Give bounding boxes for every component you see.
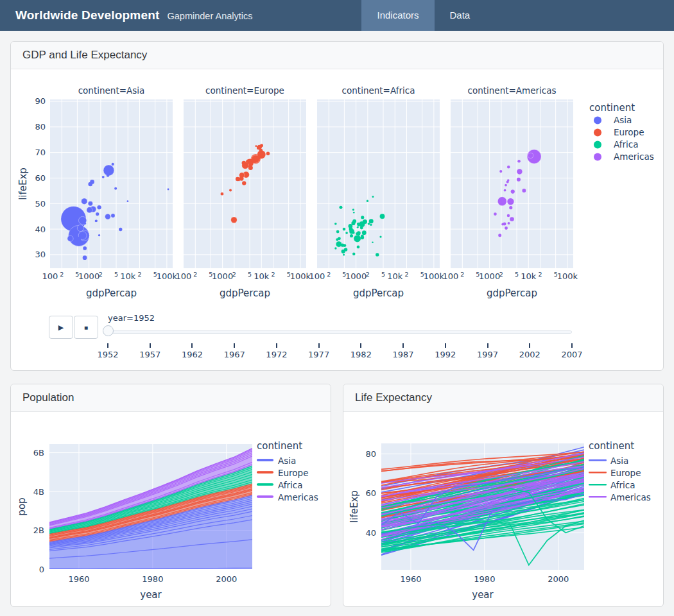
year-tick-label-1997[interactable]: 1997 — [467, 350, 508, 359]
scatter-point[interactable] — [510, 217, 514, 221]
scatter-point[interactable] — [362, 230, 367, 235]
scatter-point[interactable] — [363, 219, 367, 224]
scatter-point[interactable] — [507, 166, 510, 169]
scatter-point[interactable] — [372, 241, 374, 243]
year-slider-handle[interactable] — [103, 325, 114, 336]
scatter-point[interactable] — [501, 223, 504, 225]
year-slider-track[interactable] — [108, 330, 572, 334]
scatter-point[interactable] — [242, 161, 246, 166]
scatter-point[interactable] — [245, 162, 248, 165]
scatter-point[interactable] — [353, 212, 355, 214]
scatter-point[interactable] — [102, 176, 105, 178]
scatter-point[interactable] — [367, 200, 368, 202]
scatter-point[interactable] — [511, 189, 515, 193]
scatter-point[interactable] — [252, 159, 255, 162]
scatter-point[interactable] — [343, 253, 345, 255]
scatter-point[interactable] — [87, 207, 92, 213]
year-tick-label-2002[interactable]: 2002 — [509, 350, 550, 359]
year-tick-label-1972[interactable]: 1972 — [256, 350, 297, 359]
scatter-point[interactable] — [334, 247, 336, 249]
scatter-point[interactable] — [352, 219, 356, 223]
scatter-point[interactable] — [88, 201, 92, 206]
year-tick-label-1992[interactable]: 1992 — [425, 350, 466, 359]
scatter-point[interactable] — [266, 151, 270, 155]
scatter-point[interactable] — [350, 227, 352, 229]
scatter-point[interactable] — [84, 223, 87, 225]
scatter-point[interactable] — [343, 228, 346, 231]
scatter-point[interactable] — [361, 234, 364, 237]
scatter-point[interactable] — [505, 227, 508, 230]
scatter-point[interactable] — [114, 187, 117, 190]
scatter-point[interactable] — [107, 174, 109, 176]
scatter-point[interactable] — [105, 214, 111, 219]
scatter-point[interactable] — [336, 241, 341, 247]
legend-item-americas[interactable]: Americas — [589, 492, 651, 502]
legend-item-europe[interactable]: Europe — [594, 127, 644, 137]
scatter-point[interactable] — [249, 159, 252, 162]
scatter-point[interactable] — [361, 216, 364, 219]
scatter-point[interactable] — [334, 223, 337, 225]
legend-item-africa[interactable]: Africa — [594, 139, 639, 150]
play-button[interactable]: ▶ — [49, 316, 73, 339]
tab-data[interactable]: Data — [435, 0, 486, 31]
year-tick-label-2007[interactable]: 2007 — [551, 350, 592, 359]
scatter-point[interactable] — [248, 165, 252, 168]
scatter-point[interactable] — [494, 212, 497, 216]
scatter-point[interactable] — [352, 252, 355, 255]
scatter-point[interactable] — [98, 234, 100, 236]
scatter-point[interactable] — [119, 228, 122, 231]
scatter-point[interactable] — [76, 237, 81, 241]
scatter-point[interactable] — [509, 206, 512, 209]
year-tick-label-1957[interactable]: 1957 — [130, 350, 171, 359]
scatter-point[interactable] — [83, 255, 87, 260]
scatter-point[interactable] — [370, 224, 372, 226]
scatter-point[interactable] — [343, 244, 347, 247]
scatter-point[interactable] — [336, 230, 340, 234]
scatter-point[interactable] — [376, 253, 379, 256]
scatter-point[interactable] — [499, 170, 502, 173]
year-tick-label-1982[interactable]: 1982 — [340, 350, 381, 359]
scatter-point[interactable] — [111, 214, 115, 218]
scatter-point[interactable] — [112, 163, 114, 166]
scatter-point[interactable] — [517, 178, 521, 182]
scatter-point[interactable] — [360, 227, 363, 230]
scatter-point[interactable] — [82, 198, 87, 204]
scatter-point[interactable] — [96, 212, 99, 216]
scatter-point[interactable] — [168, 189, 169, 191]
year-tick-label-1962[interactable]: 1962 — [171, 350, 212, 359]
stop-button[interactable]: ■ — [74, 316, 98, 339]
legend-item-americas[interactable]: Americas — [594, 151, 654, 162]
scatter-point[interactable] — [507, 214, 510, 217]
scatter-point[interactable] — [229, 189, 232, 192]
scatter-point[interactable] — [259, 149, 263, 152]
legend-item-europe[interactable]: Europe — [589, 468, 641, 478]
scatter-point[interactable] — [507, 198, 514, 205]
scatter-point[interactable] — [103, 165, 114, 176]
scatter-point[interactable] — [356, 239, 358, 242]
scatter-point[interactable] — [352, 209, 354, 210]
legend-item-asia[interactable]: Asia — [257, 456, 296, 466]
year-tick-label-1987[interactable]: 1987 — [383, 350, 424, 359]
scatter-point[interactable] — [83, 246, 87, 250]
year-tick-label-1952[interactable]: 1952 — [87, 350, 128, 359]
scatter-point[interactable] — [500, 200, 505, 205]
year-tick-label-1967[interactable]: 1967 — [214, 350, 255, 359]
scatter-point[interactable] — [357, 246, 360, 249]
scatter-point[interactable] — [504, 189, 506, 192]
scatter-point[interactable] — [344, 248, 348, 252]
year-tick-label-1977[interactable]: 1977 — [298, 350, 340, 359]
scatter-point[interactable] — [256, 155, 261, 160]
scatter-point[interactable] — [352, 232, 355, 234]
scatter-point[interactable] — [95, 220, 97, 222]
scatter-point[interactable] — [517, 160, 521, 163]
scatter-point[interactable] — [67, 235, 73, 241]
scatter-point[interactable] — [508, 222, 510, 225]
scatter-point[interactable] — [97, 205, 101, 209]
scatter-point[interactable] — [522, 189, 526, 193]
scatter-point[interactable] — [231, 217, 238, 223]
scatter-point[interactable] — [240, 173, 243, 176]
scatter-point[interactable] — [221, 193, 224, 196]
scatter-point[interactable] — [350, 234, 353, 237]
scatter-point[interactable] — [88, 182, 92, 187]
scatter-point[interactable] — [260, 144, 263, 147]
